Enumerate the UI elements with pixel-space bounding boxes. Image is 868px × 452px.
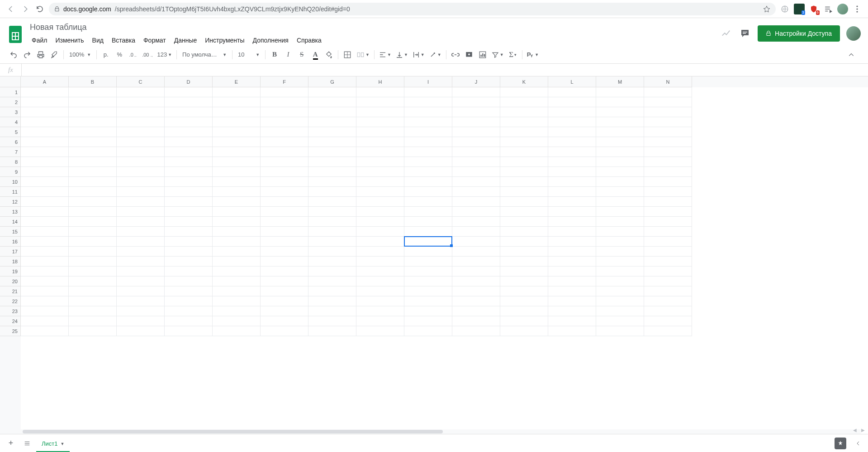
playlist-extension-icon[interactable] (823, 4, 834, 14)
row-header-10[interactable]: 10 (0, 177, 21, 187)
cell[interactable] (21, 306, 69, 316)
cell[interactable] (165, 157, 213, 167)
cell[interactable] (213, 147, 261, 157)
cell[interactable] (165, 177, 213, 187)
cell[interactable] (452, 87, 500, 97)
column-header-J[interactable]: J (452, 76, 500, 87)
cell[interactable] (596, 266, 644, 276)
cell[interactable] (69, 187, 117, 197)
cell[interactable] (117, 276, 165, 286)
cell[interactable] (404, 316, 452, 326)
cell[interactable] (261, 187, 308, 197)
cell[interactable] (500, 316, 548, 326)
side-panel-toggle[interactable] (852, 437, 864, 450)
cell[interactable] (548, 177, 596, 187)
row-header-21[interactable]: 21 (0, 286, 21, 296)
print-button[interactable] (34, 48, 47, 61)
cell[interactable] (308, 137, 356, 147)
cell[interactable] (548, 207, 596, 217)
cell[interactable] (596, 296, 644, 306)
cell[interactable] (213, 306, 261, 316)
cell[interactable] (117, 217, 165, 227)
cell[interactable] (117, 306, 165, 316)
cell[interactable] (21, 326, 69, 336)
cell[interactable] (404, 157, 452, 167)
cell[interactable] (117, 167, 165, 177)
row-header-6[interactable]: 6 (0, 137, 21, 147)
cell[interactable] (548, 296, 596, 306)
cell[interactable] (165, 326, 213, 336)
cell[interactable] (21, 137, 69, 147)
undo-button[interactable] (7, 48, 20, 61)
cell[interactable] (404, 276, 452, 286)
cell[interactable] (308, 197, 356, 207)
shield-extension-icon[interactable]: 6 (808, 4, 819, 14)
cell[interactable] (644, 316, 692, 326)
cell[interactable] (21, 147, 69, 157)
cell[interactable] (356, 227, 404, 237)
cell[interactable] (308, 296, 356, 306)
cell[interactable] (356, 326, 404, 336)
cell[interactable] (69, 266, 117, 276)
currency-button[interactable]: р. (100, 48, 112, 61)
cell[interactable] (308, 306, 356, 316)
collapse-toolbar-button[interactable] (848, 52, 861, 58)
cell[interactable] (117, 107, 165, 117)
doc-title[interactable]: Новая таблица (28, 22, 715, 33)
cell[interactable] (165, 207, 213, 217)
cell[interactable] (548, 326, 596, 336)
cell[interactable] (356, 217, 404, 227)
cell[interactable] (117, 117, 165, 127)
cell[interactable] (261, 167, 308, 177)
cell[interactable] (21, 276, 69, 286)
account-avatar[interactable] (846, 26, 861, 41)
cell[interactable] (308, 217, 356, 227)
cell[interactable] (308, 286, 356, 296)
cell[interactable] (644, 217, 692, 227)
cell[interactable] (356, 137, 404, 147)
cell[interactable] (261, 207, 308, 217)
green-extension-icon[interactable]: 3 (794, 4, 805, 14)
cell[interactable] (500, 207, 548, 217)
cell[interactable] (69, 237, 117, 247)
cell[interactable] (500, 227, 548, 237)
cell[interactable] (69, 217, 117, 227)
cell[interactable] (548, 127, 596, 137)
cell[interactable] (165, 147, 213, 157)
decrease-decimal-button[interactable]: .0← (127, 48, 139, 61)
cell[interactable] (644, 227, 692, 237)
cell[interactable] (500, 87, 548, 97)
cell[interactable] (261, 266, 308, 276)
star-icon[interactable] (763, 5, 770, 13)
row-header-7[interactable]: 7 (0, 147, 21, 157)
cell[interactable] (117, 97, 165, 107)
cell[interactable] (213, 87, 261, 97)
row-header-19[interactable]: 19 (0, 266, 21, 276)
cell[interactable] (165, 237, 213, 247)
cell[interactable] (165, 296, 213, 306)
cell[interactable] (213, 316, 261, 326)
menu-edit[interactable]: Изменить (52, 35, 87, 46)
cell[interactable] (452, 266, 500, 276)
cell[interactable] (356, 147, 404, 157)
cell[interactable] (308, 187, 356, 197)
input-tools-button[interactable]: Рᵧ▼ (525, 48, 541, 61)
cell[interactable] (404, 137, 452, 147)
cell[interactable] (213, 107, 261, 117)
cell[interactable] (644, 326, 692, 336)
cell[interactable] (69, 286, 117, 296)
menu-file[interactable]: Файл (28, 35, 51, 46)
cell[interactable] (117, 237, 165, 247)
cell[interactable] (548, 286, 596, 296)
cell[interactable] (165, 306, 213, 316)
cell[interactable] (69, 296, 117, 306)
cell[interactable] (596, 167, 644, 177)
cell[interactable] (213, 197, 261, 207)
sheets-logo-icon[interactable] (7, 24, 24, 45)
back-button[interactable] (5, 4, 16, 14)
cell[interactable] (452, 237, 500, 247)
cell[interactable] (452, 247, 500, 257)
cell[interactable] (308, 316, 356, 326)
cell[interactable] (548, 167, 596, 177)
row-headers[interactable]: 1234567891011121314151617181920212223242… (0, 87, 21, 434)
